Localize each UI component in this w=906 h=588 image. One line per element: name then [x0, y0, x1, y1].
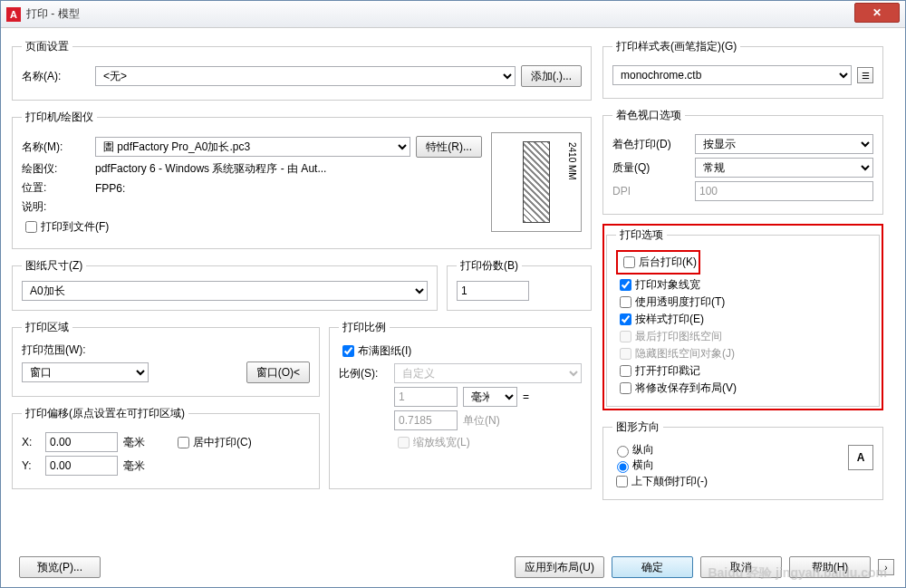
center-plot-checkbox[interactable]: 居中打印(C): [174, 434, 252, 451]
offset-x-label: X:: [22, 436, 40, 448]
ok-button[interactable]: 确定: [612, 556, 693, 578]
options-group: 打印选项 后台打印(K) 打印对象线宽 使用透明度打印(T) 按样式打印(E) …: [606, 227, 880, 407]
printer-legend: 打印机/绘图仪: [22, 110, 97, 125]
options-highlight: 打印选项 后台打印(K) 打印对象线宽 使用透明度打印(T) 按样式打印(E) …: [602, 224, 883, 410]
opt-stamp-checkbox[interactable]: 打开打印戳记: [616, 364, 700, 377]
style-table-legend: 打印样式表(画笔指定)(G): [612, 39, 740, 54]
shade-plot-label: 着色打印(D): [612, 137, 689, 152]
page-setup-name-select[interactable]: <无>: [95, 66, 516, 86]
scale-eq: =: [523, 390, 529, 403]
orientation-legend: 图形方向: [612, 419, 663, 435]
copies-legend: 打印份数(B): [457, 258, 522, 274]
paper-size-legend: 图纸尺寸(Z): [22, 258, 86, 274]
print-dialog: A 打印 - 模型 ✕ 页面设置 名称(A): <无> 添加(.)... 打印机…: [0, 0, 906, 588]
orient-upside-down-checkbox[interactable]: 上下颠倒打印(-): [612, 475, 708, 487]
plot-area-legend: 打印区域: [22, 320, 72, 335]
print-to-file-checkbox[interactable]: 打印到文件(F): [22, 218, 109, 236]
opt-save-layout-checkbox[interactable]: 将修改保存到布局(V): [616, 381, 737, 394]
printer-group: 打印机/绘图仪 名称(M): 圕 pdfFactory Pro_A0加长.pc3…: [12, 110, 592, 249]
app-logo-icon: A: [6, 7, 21, 22]
scale-group: 打印比例 布满图纸(I) 比例(S): 自定义 毫米 =: [329, 320, 592, 489]
fit-paper-checkbox[interactable]: 布满图纸(I): [339, 344, 411, 357]
page-setup-legend: 页面设置: [22, 39, 72, 54]
style-table-edit-icon[interactable]: ☰: [857, 67, 873, 83]
copies-input[interactable]: [457, 281, 529, 301]
plot-what-select[interactable]: 窗口: [22, 362, 149, 382]
position-label: 位置:: [22, 180, 90, 196]
page-setup-add-button[interactable]: 添加(.)...: [521, 65, 582, 87]
opt-background-checkbox[interactable]: 后台打印(K): [620, 255, 697, 268]
scale-num-input: [394, 387, 458, 407]
paper-preview-sheet-icon: [523, 141, 550, 223]
printer-props-button[interactable]: 特性(R)...: [416, 136, 482, 158]
opt-hide-paperspace-checkbox: 隐藏图纸空间对象(J): [616, 347, 735, 360]
titlebar: A 打印 - 模型 ✕: [1, 1, 905, 28]
offset-legend: 打印偏移(原点设置在可打印区域): [22, 406, 188, 421]
quality-select[interactable]: 常规: [695, 158, 873, 178]
opt-transparency-checkbox[interactable]: 使用透明度打印(T): [616, 295, 725, 308]
plotter-label: 绘图仪:: [22, 161, 90, 177]
orient-landscape-radio[interactable]: 横向: [612, 458, 654, 471]
apply-button[interactable]: 应用到布局(U): [515, 556, 604, 578]
plotter-value: pdfFactory 6 - Windows 系统驱动程序 - 由 Aut...: [95, 161, 326, 177]
scale-unit-label: 单位(N): [463, 413, 500, 429]
scale-den-input: [394, 410, 458, 430]
shade-group: 着色视口选项 着色打印(D)按显示 质量(Q)常规 DPI: [602, 108, 883, 215]
offset-group: 打印偏移(原点设置在可打印区域) X: 毫米 居中打印(C) Y: 毫米: [12, 406, 320, 489]
opt-paperspace-last-checkbox: 最后打印图纸空间: [616, 330, 722, 342]
copies-group: 打印份数(B): [447, 258, 592, 311]
scale-unit-select[interactable]: 毫米: [463, 387, 517, 407]
opt-lineweights-checkbox[interactable]: 打印对象线宽: [616, 278, 700, 291]
window-title: 打印 - 模型: [26, 6, 854, 22]
printer-name-select[interactable]: 圕 pdfFactory Pro_A0加长.pc3: [95, 137, 410, 157]
scale-ratio-select: 自定义: [394, 363, 582, 383]
paper-preview: 2410 MM: [491, 132, 582, 232]
scale-ratio-label: 比例(S):: [339, 366, 389, 381]
printer-name-label: 名称(M):: [22, 140, 90, 155]
offset-y-unit: 毫米: [123, 458, 145, 474]
orientation-icon: A: [848, 445, 873, 470]
offset-y-input[interactable]: [45, 456, 118, 476]
description-label: 说明:: [22, 199, 90, 215]
offset-y-label: Y:: [22, 459, 40, 472]
orient-portrait-radio[interactable]: 纵向: [612, 443, 654, 456]
close-button[interactable]: ✕: [854, 3, 900, 23]
page-setup-group: 页面设置 名称(A): <无> 添加(.)...: [12, 39, 592, 101]
orientation-group: 图形方向 纵向 横向 A 上下颠倒打印(-): [602, 419, 883, 500]
plot-area-group: 打印区域 打印范围(W): 窗口 窗口(O)<: [12, 320, 320, 397]
plot-window-button[interactable]: 窗口(O)<: [246, 361, 310, 383]
scale-legend: 打印比例: [339, 320, 390, 335]
watermark: Baidu 经验 jingyan.baidu.com: [708, 565, 887, 582]
style-table-group: 打印样式表(画笔指定)(G) monochrome.ctb ☰: [602, 39, 883, 99]
shade-plot-select[interactable]: 按显示: [695, 134, 873, 154]
offset-x-input[interactable]: [45, 432, 118, 452]
paper-preview-dim: 2410 MM: [567, 142, 577, 180]
options-legend: 打印选项: [616, 227, 667, 243]
paper-size-select[interactable]: A0加长: [22, 281, 428, 301]
style-table-select[interactable]: monochrome.ctb: [612, 65, 852, 85]
dpi-label: DPI: [612, 185, 689, 198]
quality-label: 质量(Q): [612, 160, 689, 176]
page-setup-name-label: 名称(A):: [22, 69, 90, 84]
opt-styles-checkbox[interactable]: 按样式打印(E): [616, 313, 704, 325]
position-value: FPP6:: [95, 182, 125, 195]
offset-x-unit: 毫米: [123, 435, 145, 450]
plot-what-label: 打印范围(W):: [22, 342, 310, 358]
scale-lineweights-checkbox: 缩放线宽(L): [394, 434, 470, 451]
dpi-input: [695, 181, 873, 201]
paper-size-group: 图纸尺寸(Z) A0加长: [12, 258, 438, 311]
preview-button[interactable]: 预览(P)...: [19, 556, 101, 578]
shade-legend: 着色视口选项: [612, 108, 685, 123]
